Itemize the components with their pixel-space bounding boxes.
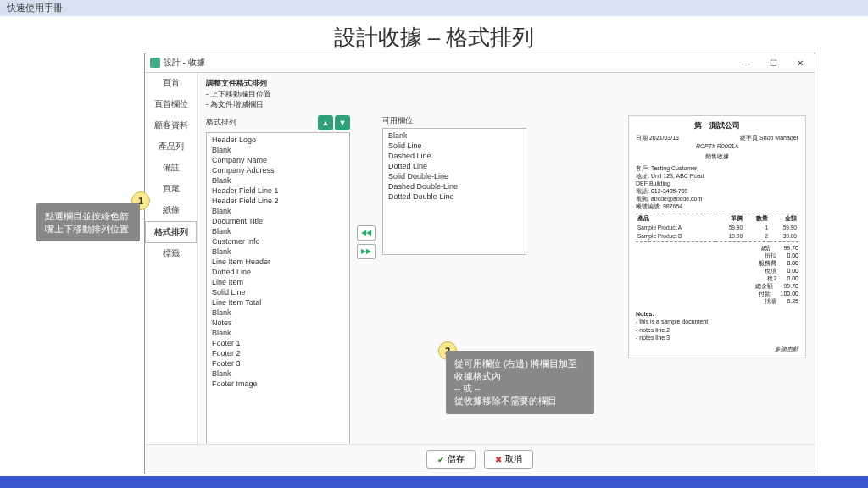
preview-docno: RCPT# R0001A <box>636 142 798 150</box>
footer-bar <box>0 476 868 488</box>
list-item[interactable]: Blank <box>209 328 348 338</box>
check-icon: ✔ <box>437 455 444 464</box>
list-item[interactable]: Line Item <box>209 277 348 287</box>
sidebar-tab[interactable]: 顧客資料 <box>145 115 197 136</box>
move-down-button[interactable]: ▼ <box>335 115 350 130</box>
list-item[interactable]: Company Address <box>209 165 348 175</box>
sidebar-tab[interactable]: 產品列 <box>145 136 197 158</box>
list-item[interactable]: Blank <box>385 130 524 141</box>
list-item[interactable]: Dashed Line <box>385 151 524 161</box>
notes-title: Notes: <box>636 310 798 318</box>
window-title: 設計 - 收據 <box>164 57 205 69</box>
list-item[interactable]: Blank <box>209 247 348 257</box>
layout-list-label: 格式排列 <box>206 117 236 128</box>
callout-1: 點選欄目並按綠色箭嘴上下移動排列位置 <box>36 203 140 241</box>
list-item[interactable]: Line Item Header <box>209 257 348 267</box>
maximize-button[interactable]: ☐ <box>764 56 782 69</box>
available-list-label: 可用欄位 <box>382 115 413 126</box>
sidebar-tab[interactable]: 頁首 <box>145 73 197 94</box>
list-item[interactable]: Solid Line <box>385 141 524 151</box>
manual-title: 快速使用手冊 <box>7 3 63 13</box>
list-item[interactable]: Company Name <box>209 155 348 165</box>
sidebar-tab[interactable]: 紙條 <box>145 200 197 221</box>
x-icon: ✖ <box>495 455 502 464</box>
list-item[interactable]: Header Field Line 1 <box>209 186 348 196</box>
preview-table: 產品單價數量金額 Sample Product A59.90159.90Samp… <box>636 214 798 241</box>
list-item[interactable]: Solid Double-Line <box>385 171 524 181</box>
add-field-button[interactable]: ◀◀ <box>357 225 376 241</box>
list-item[interactable]: Blank <box>209 145 348 155</box>
remove-field-button[interactable]: ▶▶ <box>357 244 376 259</box>
save-button[interactable]: ✔儲存 <box>426 450 476 469</box>
list-item[interactable]: Dashed Double-Line <box>385 181 524 191</box>
close-button[interactable]: ✕ <box>791 56 810 69</box>
list-item[interactable]: Blank <box>209 206 348 216</box>
sidebar-tab[interactable]: 備註 <box>145 158 197 179</box>
minimize-button[interactable]: ― <box>737 56 755 69</box>
list-item[interactable]: Footer Image <box>209 379 348 389</box>
list-item[interactable]: Header Field Line 2 <box>209 196 348 206</box>
sidebar-tab[interactable]: 頁首欄位 <box>145 94 197 115</box>
list-item[interactable]: Blank <box>209 175 348 186</box>
list-item[interactable]: Customer Info <box>209 236 348 247</box>
cancel-button[interactable]: ✖取消 <box>484 450 533 469</box>
instruction-line: - 上下移動欄目位置 <box>206 89 806 100</box>
list-item[interactable]: Dotted Line <box>209 267 348 277</box>
instruction-title: 調整文件格式排列 <box>206 78 806 89</box>
list-item[interactable]: Line Item Total <box>209 297 348 308</box>
move-up-button[interactable]: ▲ <box>318 115 333 130</box>
list-item[interactable]: Blank <box>209 308 348 318</box>
list-item[interactable]: Blank <box>209 226 348 236</box>
sidebar-tab[interactable]: 頁尾 <box>145 179 197 200</box>
list-item[interactable]: Footer 1 <box>209 338 348 348</box>
preview-company: 第一測試公司 <box>636 121 798 131</box>
preview-subtitle: 銷售收據 <box>636 152 798 160</box>
preview-thank: 多謝惠顧 <box>636 345 798 352</box>
manual-header: 快速使用手冊 <box>0 0 868 16</box>
list-item[interactable]: Blank <box>209 369 348 379</box>
list-item[interactable]: Notes <box>209 318 348 328</box>
sidebar-tab[interactable]: 格式排列 <box>145 221 197 243</box>
list-item[interactable]: Dotted Double-Line <box>385 191 524 202</box>
available-list[interactable]: BlankSolid LineDashed LineDotted LineSol… <box>382 128 526 255</box>
list-item[interactable]: Header Logo <box>209 135 348 145</box>
layout-list[interactable]: Header LogoBlankCompany NameCompany Addr… <box>206 132 350 444</box>
preview-totals: 總計99.70折扣0.00服務費0.00稅項0.00稅20.00總金額99.70… <box>636 244 798 306</box>
button-bar: ✔儲存 ✖取消 <box>145 444 815 474</box>
list-item[interactable]: Dotted Line <box>385 161 524 171</box>
list-item[interactable]: Footer 2 <box>209 348 348 358</box>
list-item[interactable]: Footer 3 <box>209 358 348 369</box>
sidebar: 頁首頁首欄位顧客資料產品列備註頁尾紙條格式排列標籤 <box>145 73 198 444</box>
app-icon <box>150 58 160 68</box>
list-item[interactable]: Document Title <box>209 216 348 226</box>
callout-2: 從可用欄位 (右邊) 將欄目加至收據格式內 -- 或 -- 從收據移除不需要的欄… <box>446 351 594 414</box>
sidebar-tab[interactable]: 標籤 <box>145 243 197 264</box>
list-item[interactable]: Solid Line <box>209 287 348 297</box>
instruction-line: - 為文件增減欄目 <box>206 99 806 110</box>
receipt-preview: 第一測試公司 日期 2021/03/13 經手員 Shop Manager RC… <box>628 115 806 358</box>
title-bar: 設計 - 收據 ― ☐ ✕ <box>145 53 815 73</box>
instructions: 調整文件格式排列 - 上下移動欄目位置 - 為文件增減欄目 <box>206 78 806 110</box>
page-title: 設計收據 – 格式排列 <box>0 23 868 53</box>
